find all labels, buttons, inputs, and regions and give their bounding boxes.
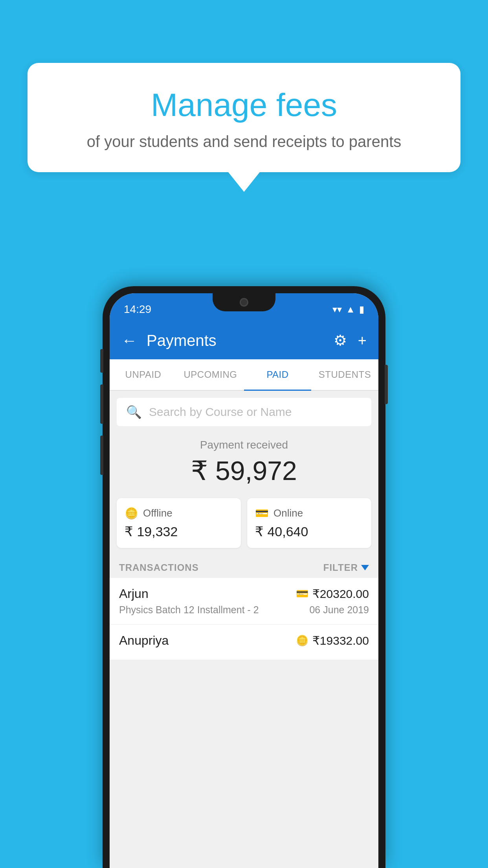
search-placeholder: Search by Course or Name xyxy=(149,405,292,419)
volume-up-button xyxy=(100,384,103,424)
bubble-title: Manage fees xyxy=(59,86,429,123)
payment-received-label: Payment received xyxy=(110,439,378,451)
transaction-top: Anupriya 🪙 ₹19332.00 xyxy=(119,633,369,648)
speech-bubble-container: Manage fees of your students and send re… xyxy=(28,63,460,192)
transaction-name: Anupriya xyxy=(119,633,169,648)
transactions-header: TRANSACTIONS FILTER xyxy=(110,555,378,578)
content-area: 🔍 Search by Course or Name Payment recei… xyxy=(110,391,378,868)
app-header: ← Payments ⚙ + xyxy=(110,322,378,359)
tab-upcoming[interactable]: UPCOMING xyxy=(177,359,244,390)
speech-bubble-arrow xyxy=(228,172,260,192)
offline-card-header: 🪙 Offline xyxy=(125,507,233,520)
online-label: Online xyxy=(273,507,303,519)
header-icons: ⚙ + xyxy=(334,332,367,349)
header-title: Payments xyxy=(147,332,334,349)
phone-screen: 14:29 ▾▾ ▲ ▮ ← Payments ⚙ + UNPAID UPCOM… xyxy=(110,293,378,868)
phone-frame: 14:29 ▾▾ ▲ ▮ ← Payments ⚙ + UNPAID UPCOM… xyxy=(103,286,385,868)
payment-cards: 🪙 Offline ₹ 19,332 💳 Online ₹ 40,640 xyxy=(110,494,378,555)
transactions-label: TRANSACTIONS xyxy=(119,562,199,573)
offline-amount: ₹ 19,332 xyxy=(125,524,233,539)
transaction-amount-wrap: 🪙 ₹19332.00 xyxy=(296,634,369,647)
search-icon: 🔍 xyxy=(126,405,142,419)
online-payment-type-icon: 💳 xyxy=(296,588,308,600)
transaction-name: Arjun xyxy=(119,587,149,601)
transaction-amount-wrap: 💳 ₹20320.00 xyxy=(296,587,369,601)
tab-paid[interactable]: PAID xyxy=(244,359,311,390)
wifi-icon: ▾▾ xyxy=(332,304,342,315)
volume-silent-button xyxy=(100,349,103,373)
volume-down-button xyxy=(100,436,103,475)
offline-payment-type-icon: 🪙 xyxy=(296,634,308,647)
add-icon[interactable]: + xyxy=(358,332,367,349)
transaction-bottom: Physics Batch 12 Installment - 2 06 June… xyxy=(119,604,369,616)
battery-icon: ▮ xyxy=(359,304,364,315)
tab-unpaid[interactable]: UNPAID xyxy=(110,359,177,390)
search-bar[interactable]: 🔍 Search by Course or Name xyxy=(117,398,371,426)
signal-icon: ▲ xyxy=(346,304,355,315)
payment-summary: Payment received ₹ 59,972 xyxy=(110,426,378,494)
status-time: 14:29 xyxy=(124,299,151,316)
settings-icon[interactable]: ⚙ xyxy=(334,332,347,349)
notch xyxy=(213,293,275,311)
tabs-bar: UNPAID UPCOMING PAID STUDENTS xyxy=(110,359,378,391)
online-card-header: 💳 Online xyxy=(255,507,363,520)
status-icons: ▾▾ ▲ ▮ xyxy=(332,300,364,315)
transaction-date: 06 June 2019 xyxy=(309,604,369,616)
table-row[interactable]: Arjun 💳 ₹20320.00 Physics Batch 12 Insta… xyxy=(110,578,378,625)
offline-payment-icon: 🪙 xyxy=(125,507,138,520)
payment-total-amount: ₹ 59,972 xyxy=(110,455,378,486)
back-button[interactable]: ← xyxy=(121,332,137,349)
transaction-top: Arjun 💳 ₹20320.00 xyxy=(119,587,369,601)
filter-icon xyxy=(361,565,369,570)
online-amount: ₹ 40,640 xyxy=(255,524,363,539)
transaction-detail: Physics Batch 12 Installment - 2 xyxy=(119,604,259,616)
power-button xyxy=(385,365,388,404)
transaction-amount: ₹19332.00 xyxy=(312,634,369,647)
table-row[interactable]: Anupriya 🪙 ₹19332.00 xyxy=(110,625,378,660)
filter-button[interactable]: FILTER xyxy=(323,562,369,573)
bubble-subtitle: of your students and send receipts to pa… xyxy=(59,133,429,151)
speech-bubble: Manage fees of your students and send re… xyxy=(28,63,460,172)
online-payment-icon: 💳 xyxy=(255,507,269,520)
tab-students[interactable]: STUDENTS xyxy=(311,359,378,390)
offline-label: Offline xyxy=(143,507,172,519)
transaction-amount: ₹20320.00 xyxy=(312,587,369,601)
offline-payment-card: 🪙 Offline ₹ 19,332 xyxy=(117,498,241,548)
camera xyxy=(240,298,248,307)
online-payment-card: 💳 Online ₹ 40,640 xyxy=(247,498,371,548)
